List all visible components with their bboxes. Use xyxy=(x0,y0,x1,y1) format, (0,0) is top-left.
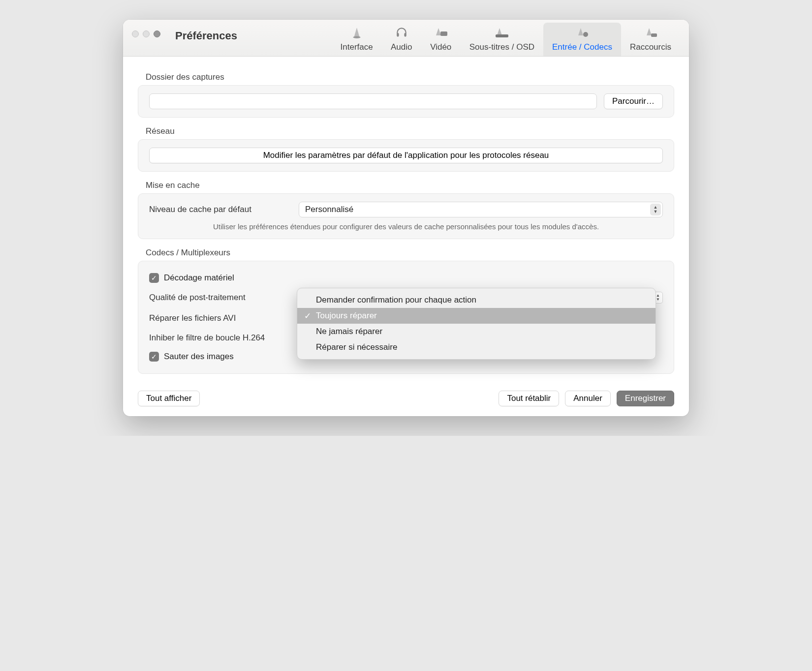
svg-point-1 xyxy=(353,36,360,38)
svg-rect-7 xyxy=(496,34,508,37)
section-captures: Parcourir… xyxy=(138,85,674,118)
minimize-icon[interactable] xyxy=(143,30,150,37)
tab-label: Audio xyxy=(391,42,412,52)
subtitles-cone-icon xyxy=(493,26,511,39)
hw-decode-label: Décodage matériel xyxy=(164,273,234,283)
section-codecs: ✓ Décodage matériel Qualité de post-trai… xyxy=(138,261,674,374)
reset-all-button[interactable]: Tout rétablir xyxy=(499,391,559,406)
tab-interface[interactable]: Interface xyxy=(332,23,382,56)
skip-frames-label: Sauter des images xyxy=(164,352,234,362)
hw-decode-checkbox[interactable]: ✓ xyxy=(149,273,159,283)
dropdown-item-if-needed[interactable]: Réparer si nécessaire xyxy=(297,339,656,355)
browse-button[interactable]: Parcourir… xyxy=(604,93,663,109)
cache-level-select[interactable]: Personnalisé ▲▼ xyxy=(299,202,663,217)
svg-rect-11 xyxy=(651,33,657,37)
tab-shortcuts[interactable]: Raccourcis xyxy=(621,23,680,56)
section-network: Modifier les paramètres par défaut de l'… xyxy=(138,139,674,172)
tab-label: Sous-titres / OSD xyxy=(469,42,534,52)
svg-marker-8 xyxy=(578,28,583,35)
video-cone-icon xyxy=(432,26,450,39)
tab-audio[interactable]: Audio xyxy=(382,23,421,56)
post-quality-label: Qualité de post-traitement xyxy=(149,293,292,303)
svg-rect-2 xyxy=(397,33,399,37)
tab-subtitles[interactable]: Sous-titres / OSD xyxy=(461,23,543,56)
tab-label: Entrée / Codecs xyxy=(552,42,612,52)
captures-folder-input[interactable] xyxy=(149,93,597,109)
headphones-icon xyxy=(392,26,411,39)
dropdown-item-ask[interactable]: Demander confirmation pour chaque action xyxy=(297,292,656,308)
section-label-cache: Mise en cache xyxy=(146,181,674,190)
loop-filter-label: Inhiber le filtre de boucle H.264 xyxy=(149,333,265,343)
titlebar: Préférences Interface Audio Vidéo xyxy=(123,20,689,57)
svg-marker-6 xyxy=(497,28,502,35)
save-button[interactable]: Enregistrer xyxy=(617,391,674,406)
shortcuts-cone-icon xyxy=(641,26,660,39)
svg-rect-3 xyxy=(404,33,406,37)
dropdown-item-never[interactable]: Ne jamais réparer xyxy=(297,324,656,339)
section-label-network: Réseau xyxy=(146,126,674,136)
skip-frames-checkbox[interactable]: ✓ xyxy=(149,352,159,362)
zoom-icon[interactable] xyxy=(154,30,160,37)
tab-label: Interface xyxy=(341,42,373,52)
repair-avi-dropdown: Demander confirmation pour chaque action… xyxy=(297,288,656,360)
window-controls xyxy=(132,30,160,37)
tab-label: Vidéo xyxy=(430,42,451,52)
content-area: Dossier des captures Parcourir… Réseau M… xyxy=(123,57,689,384)
svg-marker-4 xyxy=(436,28,441,35)
tab-video[interactable]: Vidéo xyxy=(421,23,461,56)
dropdown-item-always[interactable]: Toujours réparer xyxy=(297,308,656,324)
close-icon[interactable] xyxy=(132,30,139,37)
tab-label: Raccourcis xyxy=(630,42,671,52)
cache-level-value: Personnalisé xyxy=(305,205,353,214)
cache-level-label: Niveau de cache par défaut xyxy=(149,205,292,214)
svg-rect-5 xyxy=(440,31,447,36)
cone-icon xyxy=(347,26,366,39)
input-cone-icon xyxy=(573,26,592,39)
svg-marker-0 xyxy=(354,28,359,36)
show-all-button[interactable]: Tout afficher xyxy=(138,391,200,406)
chevron-up-down-icon: ▲▼ xyxy=(650,204,661,215)
window-title: Préférences xyxy=(175,30,237,42)
svg-point-9 xyxy=(583,32,588,37)
toolbar-tabs: Interface Audio Vidéo Sous-titres / OSD xyxy=(332,23,680,56)
section-label-codecs: Codecs / Multiplexeurs xyxy=(146,248,674,258)
section-label-captures: Dossier des captures xyxy=(146,72,674,82)
tab-input-codecs[interactable]: Entrée / Codecs xyxy=(543,23,621,56)
svg-marker-10 xyxy=(647,28,652,35)
footer: Tout afficher Tout rétablir Annuler Enre… xyxy=(123,384,689,416)
section-cache: Niveau de cache par défaut Personnalisé … xyxy=(138,193,674,239)
preferences-window: Préférences Interface Audio Vidéo xyxy=(123,20,689,416)
cancel-button[interactable]: Annuler xyxy=(565,391,611,406)
cache-hint: Utiliser les préférences étendues pour c… xyxy=(149,222,663,231)
network-settings-button[interactable]: Modifier les paramètres par défaut de l'… xyxy=(149,148,663,163)
repair-avi-label: Réparer les fichiers AVI xyxy=(149,313,292,323)
